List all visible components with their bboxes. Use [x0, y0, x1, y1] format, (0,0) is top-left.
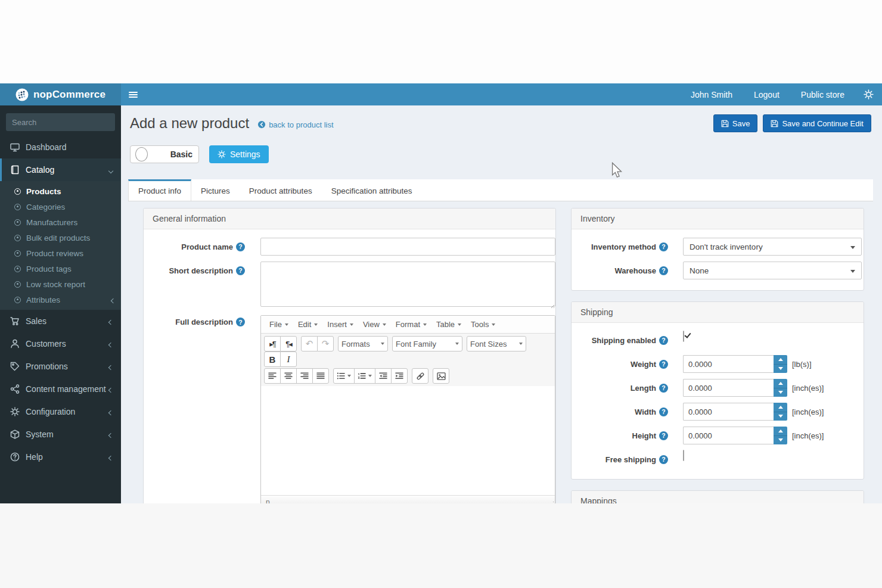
menu-format[interactable]: Format: [391, 318, 431, 331]
spinner-up-button[interactable]: [774, 427, 787, 436]
sidebar-item-configuration[interactable]: Configuration: [0, 400, 121, 423]
sidebar-item-catalog[interactable]: Catalog: [0, 158, 121, 181]
align-center-button[interactable]: [280, 368, 297, 384]
redo-button[interactable]: [317, 336, 334, 351]
numbered-list-button[interactable]: [354, 368, 375, 384]
sidebar-item-system[interactable]: System: [0, 423, 121, 446]
sidebar-item-bulk-edit-products[interactable]: Bulk edit products: [0, 230, 121, 245]
spinner-down-button[interactable]: [774, 388, 787, 397]
header-settings-button[interactable]: [855, 83, 882, 105]
help-icon[interactable]: [659, 384, 668, 393]
menu-edit[interactable]: Edit: [293, 318, 322, 331]
tab-product-info[interactable]: Product info: [128, 179, 191, 201]
back-to-product-list-link[interactable]: back to product list: [257, 120, 333, 129]
spinner-up-button[interactable]: [774, 355, 787, 365]
formats-dropdown[interactable]: Formats: [338, 336, 388, 351]
help-icon[interactable]: [659, 360, 668, 369]
shipping-enabled-checkbox[interactable]: [683, 331, 684, 342]
menu-view[interactable]: View: [358, 318, 391, 331]
insert-link-button[interactable]: [412, 368, 428, 384]
help-icon[interactable]: [659, 242, 668, 251]
width-input[interactable]: [683, 403, 774, 421]
editor-content-area[interactable]: [261, 386, 555, 495]
sidebar-item-products[interactable]: Products: [0, 183, 121, 199]
help-icon[interactable]: [236, 318, 245, 326]
italic-button[interactable]: I: [280, 351, 297, 367]
sidebar-item-help[interactable]: Help: [0, 446, 121, 468]
help-icon[interactable]: [659, 336, 668, 345]
tab-specification-attributes[interactable]: Specification attributes: [322, 179, 422, 201]
menu-file[interactable]: File: [265, 318, 293, 331]
resize-grip[interactable]: [549, 303, 554, 308]
spinner-down-button[interactable]: [774, 365, 787, 374]
search-input[interactable]: [6, 118, 123, 127]
tab-pictures[interactable]: Pictures: [191, 179, 240, 201]
spinner-up-button[interactable]: [774, 379, 787, 388]
sidebar-item-product-reviews[interactable]: Product reviews: [0, 245, 121, 261]
undo-button[interactable]: [301, 336, 318, 351]
top-header-bar: nopCommerce John Smith Logout Public sto…: [0, 83, 882, 105]
inventory-method-select[interactable]: Don't track inventory: [683, 238, 862, 256]
weight-row: Weight: [579, 355, 855, 373]
save-and-continue-button[interactable]: Save and Continue Edit: [763, 114, 871, 132]
help-icon[interactable]: [659, 431, 668, 440]
sidebar-item-content-management[interactable]: Content management: [0, 378, 121, 400]
help-icon[interactable]: [659, 407, 668, 416]
logout-link[interactable]: Logout: [743, 83, 790, 105]
weight-input[interactable]: [683, 355, 774, 373]
menu-insert[interactable]: Insert: [322, 318, 358, 331]
length-input[interactable]: [683, 379, 774, 397]
sidebar-item-manufacturers[interactable]: Manufacturers: [0, 214, 121, 230]
caret-down-icon: [314, 323, 318, 326]
align-justify-button[interactable]: [312, 368, 329, 384]
spinner-up-button[interactable]: [774, 403, 787, 412]
sidebar-item-low-stock-report[interactable]: Low stock report: [0, 276, 121, 292]
spinner-down-button[interactable]: [774, 412, 787, 421]
caret-down-icon: [850, 270, 855, 273]
warehouse-select[interactable]: None: [683, 262, 862, 279]
menu-table[interactable]: Table: [431, 318, 466, 331]
short-description-textarea[interactable]: [260, 262, 555, 307]
sidebar-item-dashboard[interactable]: Dashboard: [0, 136, 121, 158]
help-icon[interactable]: [659, 266, 668, 275]
save-button[interactable]: Save: [713, 114, 758, 132]
bullet-list-button[interactable]: [333, 368, 355, 384]
height-input[interactable]: [683, 427, 774, 444]
menu-tools[interactable]: Tools: [466, 318, 500, 331]
arrow-up-icon: [778, 430, 783, 433]
tab-product-attributes[interactable]: Product attributes: [240, 179, 322, 201]
sidebar-item-categories[interactable]: Categories: [0, 199, 121, 214]
align-left-button[interactable]: [264, 368, 281, 384]
bold-button[interactable]: B: [264, 351, 281, 367]
sidebar-item-attributes[interactable]: Attributes: [0, 292, 121, 307]
width-row: Width: [579, 403, 855, 421]
sidebar-item-promotions[interactable]: Promotions: [0, 355, 121, 378]
brand-logo[interactable]: nopCommerce: [0, 83, 121, 105]
editor-resize-grip[interactable]: [548, 502, 554, 503]
help-icon[interactable]: [236, 242, 245, 251]
ltr-button[interactable]: [264, 336, 281, 351]
font-sizes-dropdown[interactable]: Font Sizes: [467, 336, 526, 351]
basic-advanced-toggle[interactable]: Basic: [130, 145, 199, 163]
outdent-button[interactable]: [375, 368, 392, 384]
sidebar-item-customers[interactable]: Customers: [0, 332, 121, 355]
sidebar-toggle-button[interactable]: [121, 83, 145, 105]
indent-button[interactable]: [391, 368, 408, 384]
toggle-knob[interactable]: [135, 147, 148, 161]
help-icon[interactable]: [659, 455, 668, 464]
free-shipping-checkbox[interactable]: [683, 450, 684, 461]
public-store-link[interactable]: Public store: [790, 83, 855, 105]
product-name-input[interactable]: [260, 238, 555, 256]
circle-icon: [14, 219, 21, 226]
insert-image-button[interactable]: [433, 368, 449, 384]
font-family-dropdown[interactable]: Font Family: [392, 336, 462, 351]
spinner-down-button[interactable]: [774, 436, 787, 445]
sidebar-item-product-tags[interactable]: Product tags: [0, 261, 121, 276]
numbered-list-icon: [358, 372, 366, 379]
rtl-button[interactable]: [280, 336, 297, 351]
settings-button[interactable]: Settings: [209, 145, 269, 163]
sidebar-item-sales[interactable]: Sales: [0, 310, 121, 332]
user-menu-link[interactable]: John Smith: [680, 83, 743, 105]
help-icon[interactable]: [236, 266, 245, 275]
align-right-button[interactable]: [296, 368, 313, 384]
